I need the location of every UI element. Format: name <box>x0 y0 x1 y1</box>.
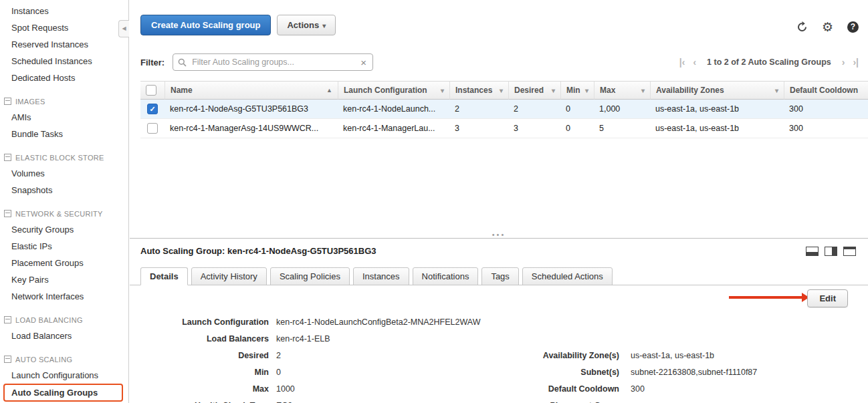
table-row[interactable]: ken-rc4-1-ManagerAsg-14US9WWCR... ken-rc… <box>140 119 868 138</box>
field-label: Default Cooldown <box>477 384 619 394</box>
field-value: us-east-1a, us-east-1b <box>631 351 714 360</box>
sidebar-item-scheduled-instances[interactable]: Scheduled Instances <box>0 53 128 70</box>
gear-icon[interactable]: ⚙ <box>822 21 833 33</box>
panel-resize-handle[interactable]: ••• <box>492 231 506 239</box>
filter-row: Filter: × |‹ ‹ 1 to 2 of 2 Auto Scaling … <box>130 53 868 72</box>
select-all-cell <box>140 81 165 100</box>
edit-button[interactable]: Edit <box>807 289 848 307</box>
column-header-max[interactable]: Max▾ <box>594 81 650 100</box>
refresh-icon[interactable] <box>796 21 808 33</box>
tab-tags[interactable]: Tags <box>481 267 518 285</box>
sidebar-item-spot-requests[interactable]: Spot Requests <box>0 19 128 36</box>
sidebar-item-launch-configurations[interactable]: Launch Configurations <box>0 367 128 384</box>
first-page-button[interactable]: |‹ <box>679 57 685 68</box>
pane-layout-icons <box>806 247 856 256</box>
layout-full-pane-icon[interactable] <box>843 247 856 256</box>
sidebar-item-key-pairs[interactable]: Key Pairs <box>0 271 128 288</box>
tab-notifications[interactable]: Notifications <box>413 267 479 285</box>
chevron-down-icon: ▾ <box>322 22 326 29</box>
sidebar-item-reserved-instances[interactable]: Reserved Instances <box>0 36 128 53</box>
collapse-section-icon[interactable] <box>4 210 11 217</box>
sidebar-section-images: IMAGES <box>0 94 128 109</box>
main-content: Create Auto Scaling group Actions▾ ⚙ ? F… <box>130 0 868 403</box>
row-checkbox[interactable] <box>147 123 158 134</box>
toolbar-icons: ⚙ ? <box>796 21 859 33</box>
chevron-down-icon: ▾ <box>500 87 503 94</box>
tab-activity-history[interactable]: Activity History <box>191 267 267 285</box>
sidebar-collapse-button[interactable]: ◀ <box>118 20 129 37</box>
field-label: Min <box>140 368 269 377</box>
detail-panel-header: Auto Scaling Group: ken-rc4-1-NodeAsg-G5… <box>130 239 868 256</box>
field-default-cooldown: Default Cooldown 300 <box>477 380 757 397</box>
collapse-section-icon[interactable] <box>4 98 11 105</box>
sidebar-item-snapshots[interactable]: Snapshots <box>0 182 128 198</box>
sidebar-item-dedicated-hosts[interactable]: Dedicated Hosts <box>0 70 128 86</box>
sidebar-section-elastic-block-store: ELASTIC BLOCK STORE <box>0 150 128 165</box>
collapse-section-icon[interactable] <box>4 316 11 323</box>
sidebar-item-instances[interactable]: Instances <box>0 3 128 19</box>
help-icon[interactable]: ? <box>847 21 859 33</box>
chevron-down-icon: ▾ <box>585 87 588 94</box>
section-label: LOAD BALANCING <box>15 316 83 324</box>
toolbar: Create Auto Scaling group Actions▾ ⚙ ? <box>130 0 868 35</box>
column-label: Name <box>171 86 193 95</box>
table-row[interactable]: ✓ ken-rc4-1-NodeAsg-G5TU3P561BG3 ken-rc4… <box>140 100 868 119</box>
column-header-min[interactable]: Min▾ <box>560 81 594 100</box>
column-header-name[interactable]: Name▲ <box>165 81 338 100</box>
detail-panel-body: Edit Launch Configuration ken-rc4-1-Node… <box>130 285 868 401</box>
sidebar-item-placement-groups[interactable]: Placement Groups <box>0 255 128 271</box>
section-label: NETWORK & SECURITY <box>15 210 103 218</box>
field-label: Subnet(s) <box>477 368 619 377</box>
select-all-checkbox[interactable] <box>146 85 156 96</box>
sidebar-item-volumes[interactable]: Volumes <box>0 165 128 182</box>
tab-scheduled-actions[interactable]: Scheduled Actions <box>522 267 613 285</box>
sidebar-section-network-security: NETWORK & SECURITY <box>0 207 128 221</box>
field-value: EC2 <box>276 401 292 403</box>
column-header-launch-configuration[interactable]: Launch Configuration▾ <box>338 81 449 100</box>
cell-name: ken-rc4-1-ManagerAsg-14US9WWCR... <box>165 119 338 138</box>
sort-asc-icon: ▲ <box>326 87 332 94</box>
section-label: AUTO SCALING <box>15 356 72 364</box>
filter-search-box[interactable]: × <box>173 53 373 71</box>
section-label: IMAGES <box>15 98 45 106</box>
clear-search-icon[interactable]: × <box>359 57 368 68</box>
layout-right-pane-icon[interactable] <box>825 247 837 256</box>
cell-name: ken-rc4-1-NodeAsg-G5TU3P561BG3 <box>165 100 338 118</box>
field-value: 300 <box>631 384 645 394</box>
sidebar-item-network-interfaces[interactable]: Network Interfaces <box>0 288 128 305</box>
field-max: Max 1000 <box>140 380 480 397</box>
tab-instances[interactable]: Instances <box>353 267 409 285</box>
sidebar-item-load-balancers[interactable]: Load Balancers <box>0 327 128 344</box>
field-health-check-type: Health Check Type EC2 <box>140 397 480 403</box>
tab-details[interactable]: Details <box>140 267 188 285</box>
column-header-availability-zones[interactable]: Availability Zones▾ <box>650 81 784 100</box>
chevron-down-icon: ▾ <box>641 87 645 94</box>
actions-button[interactable]: Actions▾ <box>277 15 336 35</box>
sidebar-item-bundle-tasks[interactable]: Bundle Tasks <box>0 126 128 142</box>
next-page-button[interactable]: › <box>842 57 845 68</box>
field-value: subnet-22163808,subnet-f1110f87 <box>631 368 757 377</box>
column-header-instances[interactable]: Instances▾ <box>449 81 508 100</box>
collapse-section-icon[interactable] <box>4 154 11 161</box>
column-label: Launch Configuration <box>344 86 427 95</box>
field-load-balancers: Load Balancers ken-rc4-1-ELB <box>140 330 480 347</box>
sidebar-item-elastic-ips[interactable]: Elastic IPs <box>0 238 128 255</box>
tab-scaling-policies[interactable]: Scaling Policies <box>270 267 350 285</box>
cell-default-cooldown: 300 <box>784 100 868 118</box>
cell-max: 1,000 <box>594 100 650 118</box>
sidebar-item-security-groups[interactable]: Security Groups <box>0 221 128 238</box>
sidebar-item-amis[interactable]: AMIs <box>0 109 128 126</box>
sidebar-item-auto-scaling-groups[interactable]: Auto Scaling Groups <box>3 384 123 402</box>
layout-bottom-pane-icon[interactable] <box>806 247 819 256</box>
row-checkbox[interactable]: ✓ <box>147 104 158 114</box>
collapse-section-icon[interactable] <box>4 356 11 363</box>
column-header-desired[interactable]: Desired▾ <box>508 81 560 100</box>
last-page-button[interactable]: ›| <box>853 57 859 68</box>
search-input[interactable] <box>191 57 359 68</box>
prev-page-button[interactable]: ‹ <box>693 57 696 68</box>
column-label: Desired <box>514 86 544 95</box>
cell-min: 0 <box>560 100 594 118</box>
column-header-default-cooldown[interactable]: Default Cooldown <box>784 81 868 100</box>
cell-launch-configuration: ken-rc4-1-NodeLaunch... <box>338 100 449 118</box>
create-auto-scaling-group-button[interactable]: Create Auto Scaling group <box>140 15 271 35</box>
